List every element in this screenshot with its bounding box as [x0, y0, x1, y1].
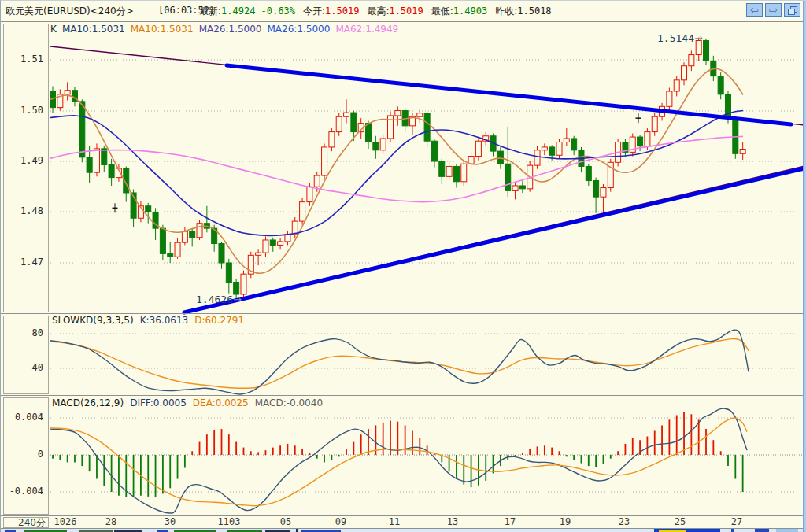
date-tick-label: 1103 — [212, 516, 246, 527]
legend-item: K — [50, 24, 57, 35]
slowkd-label: SLOWKD(9,3,3,5)K:36.0613D:60.2791 — [52, 315, 250, 326]
date-tick-label: 28 — [94, 516, 128, 527]
legend-item: MA10:1.5031 — [131, 24, 194, 35]
window-right-frame — [803, 1, 806, 532]
date-tick-label: 27 — [719, 516, 754, 527]
axis-tick-label: 1.48 — [1, 205, 43, 216]
indicator-label-part: MACD(26,12,9) — [52, 397, 124, 408]
ma-lines-layer — [50, 68, 743, 273]
annotation-arrow-icon: → — [694, 32, 703, 44]
date-tick-label: 23 — [607, 516, 641, 527]
indicator-label-part: K:36.0613 — [140, 315, 189, 326]
axis-tick-label: 1.49 — [1, 155, 43, 166]
legend-item: MA10:1.5031 — [62, 24, 125, 35]
axis-tick-label: 40 — [1, 362, 43, 373]
date-tick-label: 17 — [493, 516, 527, 527]
indicator-label-part: SLOWKD(9,3,3,5) — [52, 315, 134, 326]
date-tick-label: 11 — [377, 516, 412, 527]
axis-tick-label: 0.004 — [1, 412, 43, 423]
annotation-arrow-icon: → — [233, 294, 242, 305]
indicator-label-part: MACD:-0.0040 — [255, 397, 323, 408]
date-tick-label: 19 — [548, 516, 582, 527]
frame-layer — [1, 22, 806, 529]
period-label: 240分 — [1, 516, 46, 530]
legend-item: MA62:1.4949 — [335, 24, 398, 35]
date-tick-label: 09 — [324, 516, 358, 527]
axis-tick-label: 0 — [1, 449, 43, 460]
axis-tick-label: 1.50 — [1, 105, 43, 116]
macd-label: MACD(26,12,9)DIFF:0.0005DEA:0.0025MACD:-… — [52, 397, 329, 408]
date-tick-label: 05 — [268, 516, 303, 527]
high-annotation-value: 1.5144 — [657, 32, 694, 44]
chart-canvas[interactable] — [1, 1, 806, 532]
indicator-label-part: DIFF:0.0005 — [130, 397, 187, 408]
bottom-ticker-strip[interactable] — [1, 529, 806, 532]
trading-app-window: 欧元美元(EURUSD)<240分> [06:03:52] 最新:1.4924 … — [0, 0, 806, 532]
low-annotation-value: 1.4626 — [196, 294, 233, 305]
macd-layer — [50, 408, 747, 513]
indicator-label-part: D:60.2791 — [194, 315, 244, 326]
date-tick-label: 1026 — [48, 516, 83, 527]
ticker-fragment — [776, 529, 798, 532]
ticker-fragment — [731, 529, 734, 532]
ma-legend: KMA10:1.5031MA10:1.5031MA26:1.5000MA26:1… — [50, 24, 404, 35]
slowkd-layer — [50, 330, 749, 394]
ticker-fragment — [755, 529, 769, 532]
trendlines-layer — [50, 46, 804, 312]
indicator-label-part: DEA:0.0025 — [193, 397, 249, 408]
axis-tick-label: 80 — [1, 327, 43, 338]
date-tick-label: 25 — [663, 516, 697, 527]
axis-tick-label: 1.51 — [1, 54, 43, 65]
legend-item: MA26:1.5000 — [199, 24, 262, 35]
axis-tick-label: -0.004 — [1, 486, 43, 497]
date-tick-label: 13 — [435, 516, 470, 527]
ticker-fragment — [296, 529, 298, 532]
low-annotation: 1.4626→ — [196, 294, 242, 305]
legend-item: MA26:1.5000 — [268, 24, 331, 35]
high-annotation: 1.5144→ — [657, 32, 703, 44]
date-tick-label: 30 — [153, 516, 187, 527]
axis-tick-label: 1.47 — [1, 257, 43, 268]
